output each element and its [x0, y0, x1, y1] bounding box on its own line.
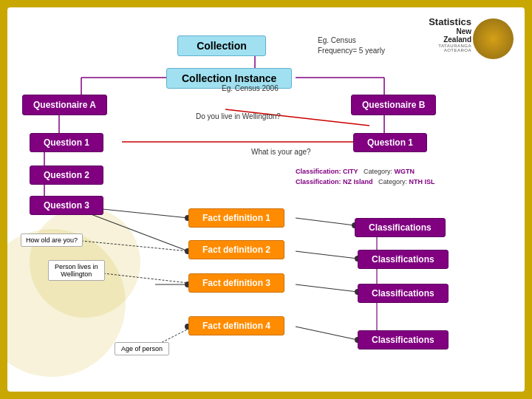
do-you-live-label: Do you live in Wellington?	[196, 112, 281, 120]
questionnaire-a-node: Questionaire A	[22, 95, 107, 115]
logo-area: Statistics New Zealand TATAURANGA AOTEAR…	[429, 15, 517, 59]
what-is-your-age-label: What is your age?	[251, 148, 311, 156]
classifications-2-node: Classifications	[358, 250, 449, 269]
collection-node: Collection	[177, 35, 266, 56]
svg-line-14	[296, 284, 358, 292]
classifications-4-node: Classifications	[358, 330, 449, 349]
eg-census-2006-label: Eg. Census 2006	[222, 84, 279, 92]
classification-detail-text: Classification: CITY Category: WGTN Clas…	[296, 167, 435, 187]
logo-line1: Statistics	[429, 16, 471, 27]
fact-definition-3-node: Fact definition 3	[188, 273, 284, 293]
age-of-person-label: Age of person	[115, 342, 169, 355]
question-3-node: Question 3	[30, 196, 103, 215]
how-old-label: How old are you?	[21, 233, 83, 247]
svg-line-13	[296, 251, 358, 259]
fact-definition-4-node: Fact definition 4	[188, 316, 284, 335]
svg-line-12	[296, 218, 355, 225]
question-1-right-node: Question 1	[353, 133, 427, 152]
svg-line-15	[296, 327, 358, 340]
question-2-node: Question 2	[30, 166, 103, 185]
fact-definition-1-node: Fact definition 1	[188, 208, 284, 228]
questionnaire-b-node: Questionaire B	[351, 95, 436, 115]
fact-definition-2-node: Fact definition 2	[188, 240, 284, 259]
question-1-left-node: Question 1	[30, 133, 103, 152]
kiwi-decoration	[473, 18, 514, 59]
classifications-3-node: Classifications	[358, 284, 449, 303]
logo-line3: TATAURANGA AOTEAROA	[429, 44, 471, 52]
person-lives-label: Person lives in Wellington	[48, 260, 105, 281]
classifications-1-node: Classifications	[355, 218, 446, 237]
logo-line2: New Zealand	[429, 27, 471, 44]
eg-census-label: Eg. Census Frequency= 5 yearly	[318, 35, 385, 56]
